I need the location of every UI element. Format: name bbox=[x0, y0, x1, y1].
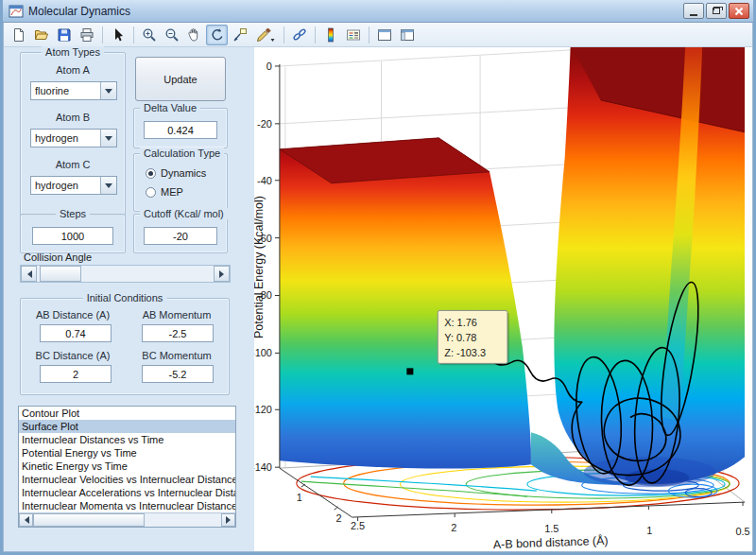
ab-distance-field[interactable] bbox=[40, 324, 112, 342]
close-button[interactable] bbox=[729, 3, 749, 19]
data-tip-marker[interactable] bbox=[406, 368, 413, 374]
slider-left-arrow[interactable] bbox=[21, 266, 37, 282]
open-folder-button[interactable] bbox=[30, 25, 52, 45]
toolbar-separator bbox=[315, 26, 316, 43]
data-tip-y: Y: 0.78 bbox=[444, 332, 476, 343]
left-plateau-face bbox=[280, 138, 531, 469]
insert-colorbar-button[interactable] bbox=[319, 25, 341, 45]
title-bar[interactable]: Molecular Dynamics bbox=[3, 0, 753, 23]
plot-list-item-selected[interactable]: Surface Plot bbox=[19, 420, 235, 433]
chevron-down-icon[interactable] bbox=[100, 177, 116, 194]
collision-angle-slider[interactable] bbox=[20, 265, 231, 283]
x-tick-labels: 2.5 2 1.5 1 0.5 bbox=[351, 520, 750, 537]
x-axis-label: A-B bond distance (Å) bbox=[493, 533, 609, 551]
steps-field[interactable] bbox=[32, 227, 113, 245]
initial-conditions-group: Initial Conditions AB Distance (A) AB Mo… bbox=[20, 298, 230, 395]
slider-thumb[interactable] bbox=[40, 266, 81, 282]
delta-value-group: Delta Value bbox=[133, 108, 228, 148]
hide-plot-tools-icon bbox=[377, 27, 392, 43]
x-tick-label: 2 bbox=[451, 522, 456, 533]
z-tick-label: -120 bbox=[254, 404, 272, 415]
radio-mep[interactable] bbox=[146, 187, 156, 198]
control-panel: Atom Types Atom A fluorine Atom B hydrog… bbox=[4, 47, 254, 551]
save-icon bbox=[57, 27, 72, 43]
slider-track[interactable] bbox=[37, 266, 214, 282]
bc-distance-field[interactable] bbox=[40, 365, 112, 383]
pan-hand-icon bbox=[187, 27, 202, 43]
print-button[interactable] bbox=[76, 25, 97, 45]
show-plot-tools-icon bbox=[400, 27, 415, 43]
x-tick-label: 2.5 bbox=[351, 520, 365, 531]
restore-button[interactable] bbox=[706, 3, 727, 19]
ab-momentum-field[interactable] bbox=[142, 324, 214, 342]
zoom-in-button[interactable] bbox=[138, 25, 160, 45]
atom-c-dropdown[interactable]: hydrogen bbox=[30, 176, 117, 195]
plot-list-item[interactable]: Kinetic Energy vs Time bbox=[19, 460, 235, 473]
link-plot-button[interactable] bbox=[288, 25, 310, 45]
calculation-type-title: Calculation Type bbox=[140, 147, 224, 159]
toolbar-separator bbox=[133, 26, 134, 43]
surface-plot-canvas[interactable]: 0 -20 -40 -60 -80 -100 -120 -140 Potenti… bbox=[254, 47, 752, 551]
atom-b-label: Atom B bbox=[21, 112, 125, 123]
close-icon bbox=[734, 7, 744, 16]
brush-data-button[interactable] bbox=[251, 25, 279, 45]
ab-momentum-label: AB Momentum bbox=[125, 309, 229, 321]
rotate-3d-button[interactable] bbox=[206, 25, 228, 45]
link-plot-icon bbox=[292, 27, 307, 43]
plot-list-item[interactable]: Internuclear Velocities vs Internuclear … bbox=[19, 473, 235, 486]
chevron-down-icon[interactable] bbox=[100, 130, 116, 147]
plot-type-listbox[interactable]: Contour Plot Surface Plot Internuclear D… bbox=[18, 406, 236, 528]
window-title: Molecular Dynamics bbox=[28, 5, 130, 18]
cutoff-group: Cutoff (Kcal/ mol) bbox=[133, 214, 228, 253]
pan-button[interactable] bbox=[183, 25, 205, 45]
insert-legend-button[interactable] bbox=[342, 25, 364, 45]
save-button[interactable] bbox=[53, 25, 75, 45]
minimize-button[interactable] bbox=[683, 3, 704, 19]
pointer-button[interactable] bbox=[107, 25, 129, 45]
listbox-horizontal-scrollbar[interactable] bbox=[19, 512, 235, 527]
plot-list-item[interactable]: Internuclear Distances vs Time bbox=[19, 433, 235, 446]
bc-momentum-field[interactable] bbox=[142, 365, 214, 383]
scrollbar-track[interactable] bbox=[33, 513, 221, 527]
slider-right-arrow[interactable] bbox=[214, 266, 230, 282]
print-icon bbox=[79, 27, 94, 43]
plot-list-item[interactable]: Internuclear Accelerations vs Internucle… bbox=[19, 486, 235, 499]
atom-a-value: fluorine bbox=[31, 82, 100, 99]
cutoff-field[interactable] bbox=[144, 227, 217, 245]
radio-dynamics[interactable] bbox=[146, 168, 156, 179]
plot-panel: 0 -20 -40 -60 -80 -100 -120 -140 Potenti… bbox=[254, 47, 752, 551]
y-axis bbox=[280, 468, 352, 517]
data-cursor-icon bbox=[232, 27, 248, 43]
hide-plot-tools-button[interactable] bbox=[373, 25, 395, 45]
atom-types-title: Atom Types bbox=[42, 46, 104, 58]
z-tick-label: -100 bbox=[254, 347, 272, 358]
open-folder-icon bbox=[34, 27, 49, 43]
atom-types-group: Atom Types Atom A fluorine Atom B hydrog… bbox=[20, 52, 126, 216]
plot-list-item[interactable]: Potential Energy vs Time bbox=[19, 446, 235, 460]
client-area: Atom Types Atom A fluorine Atom B hydrog… bbox=[3, 23, 753, 552]
chevron-down-icon[interactable] bbox=[100, 82, 116, 99]
collision-angle-label: Collision Angle bbox=[24, 251, 92, 263]
scrollbar-right-arrow[interactable] bbox=[221, 513, 235, 527]
x-tick-label: 1 bbox=[646, 525, 652, 536]
update-button[interactable]: Update bbox=[135, 57, 226, 101]
new-document-button[interactable] bbox=[8, 25, 29, 45]
delta-value-field[interactable] bbox=[144, 121, 217, 139]
atom-a-dropdown[interactable]: fluorine bbox=[30, 81, 117, 100]
plot-list-item[interactable]: Contour Plot bbox=[19, 407, 235, 420]
data-cursor-button[interactable] bbox=[229, 25, 250, 45]
data-tip-z: Z: -103.3 bbox=[444, 347, 486, 358]
figure-toolbar bbox=[4, 23, 752, 47]
toolbar-separator bbox=[284, 26, 284, 43]
scrollbar-left-arrow[interactable] bbox=[19, 513, 33, 527]
steps-title: Steps bbox=[56, 208, 90, 219]
rotate-3d-icon bbox=[210, 27, 225, 43]
potential-surface[interactable] bbox=[280, 47, 745, 487]
scrollbar-thumb[interactable] bbox=[33, 513, 145, 527]
plot-list-item[interactable]: Internuclear Momenta vs Internuclear Dis… bbox=[19, 499, 235, 512]
zoom-out-button[interactable] bbox=[161, 25, 182, 45]
show-plot-tools-button[interactable] bbox=[396, 25, 418, 45]
atom-b-dropdown[interactable]: hydrogen bbox=[30, 129, 117, 147]
mep-label: MEP bbox=[161, 186, 183, 198]
bc-distance-label: BC Distance (A) bbox=[21, 350, 125, 361]
